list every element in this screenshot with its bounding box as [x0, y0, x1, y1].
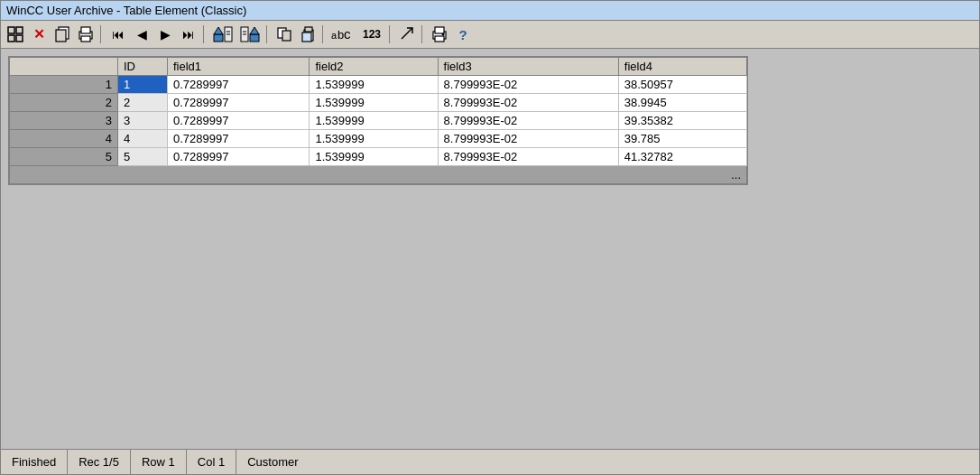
- cell-field4[interactable]: 38.50957: [618, 76, 746, 94]
- svg-marker-10: [214, 27, 223, 34]
- svg-rect-30: [435, 36, 444, 42]
- cell-field4[interactable]: 41.32782: [618, 148, 746, 166]
- paste-button[interactable]: [297, 23, 319, 45]
- import-button[interactable]: [210, 23, 236, 45]
- print-icon: [78, 26, 94, 42]
- toolbar: ✕ ⏮ ◀ ▶: [1, 21, 979, 49]
- status-finished: Finished: [1, 450, 68, 474]
- cell-field1[interactable]: 0.7289997: [167, 112, 309, 130]
- svg-rect-7: [81, 27, 90, 33]
- import-icon: [212, 25, 234, 43]
- svg-line-27: [402, 28, 412, 39]
- status-customer: Customer: [236, 450, 309, 474]
- paste-icon: [300, 26, 316, 42]
- col-header-field3[interactable]: field3: [438, 58, 618, 76]
- svg-rect-8: [81, 36, 90, 42]
- svg-rect-9: [214, 34, 223, 42]
- cell-id[interactable]: 5: [118, 148, 168, 166]
- col-header-id[interactable]: ID: [118, 58, 168, 76]
- cell-field3[interactable]: 8.799993E-02: [438, 130, 618, 148]
- col-header-field2[interactable]: field2: [310, 58, 438, 76]
- status-bar: Finished Rec 1/5 Row 1 Col 1 Customer: [1, 449, 979, 474]
- copy-button[interactable]: [51, 23, 73, 45]
- prev-button[interactable]: ◀: [131, 23, 153, 45]
- print2-button[interactable]: [429, 23, 450, 45]
- svg-rect-17: [250, 34, 259, 42]
- cell-field2[interactable]: 1.539999: [310, 130, 438, 148]
- svg-rect-20: [282, 31, 291, 41]
- copy2-button[interactable]: [273, 23, 295, 45]
- table-container: ID field1 field2 field3 field4 110.72899…: [8, 56, 748, 185]
- cell-field3[interactable]: 8.799993E-02: [438, 148, 618, 166]
- first-button[interactable]: ⏮: [107, 23, 129, 45]
- sort-button[interactable]: [396, 23, 418, 45]
- cell-field1[interactable]: 0.7289997: [167, 76, 309, 94]
- row-number: 2: [10, 94, 118, 112]
- svg-rect-22: [305, 27, 312, 32]
- cell-field2[interactable]: 1.539999: [310, 148, 438, 166]
- cell-id[interactable]: 4: [118, 130, 168, 148]
- svg-rect-1: [16, 27, 23, 33]
- copy2-icon: [276, 26, 292, 42]
- col-header-field4[interactable]: field4: [618, 58, 746, 76]
- grid-icon: [7, 26, 23, 42]
- filter-button[interactable]: a b c: [329, 23, 356, 45]
- cell-field3[interactable]: 8.799993E-02: [438, 94, 618, 112]
- table-row[interactable]: 110.72899971.5399998.799993E-0238.50957: [10, 76, 747, 94]
- separator-2: [203, 25, 207, 43]
- delete-button[interactable]: ✕: [28, 23, 50, 45]
- export-icon: [239, 25, 261, 43]
- cell-field4[interactable]: 38.9945: [618, 94, 746, 112]
- separator-6: [421, 25, 425, 43]
- svg-rect-23: [302, 33, 311, 42]
- cell-field1[interactable]: 0.7289997: [167, 94, 309, 112]
- status-record: Rec 1/5: [68, 450, 131, 474]
- cell-field2[interactable]: 1.539999: [310, 112, 438, 130]
- table-row[interactable]: 440.72899971.5399998.799993E-0239.785: [10, 130, 747, 148]
- window-title: WinCC User Archive - Table Element (Clas…: [6, 4, 246, 17]
- data-table: ID field1 field2 field3 field4 110.72899…: [9, 57, 747, 184]
- cell-id[interactable]: 1: [118, 76, 168, 94]
- cell-field2[interactable]: 1.539999: [310, 94, 438, 112]
- grid-button[interactable]: [5, 23, 26, 45]
- ellipsis-cell: ...: [10, 166, 747, 184]
- svg-text:c: c: [344, 26, 351, 42]
- help-button[interactable]: ?: [452, 23, 474, 45]
- next-icon: ▶: [161, 27, 171, 42]
- last-button[interactable]: ⏭: [178, 23, 199, 45]
- ellipsis-row: ...: [10, 166, 747, 184]
- prev-icon: ◀: [137, 27, 147, 42]
- cell-field3[interactable]: 8.799993E-02: [438, 112, 618, 130]
- content-area: ID field1 field2 field3 field4 110.72899…: [1, 49, 979, 449]
- print-button[interactable]: [75, 23, 97, 45]
- first-icon: ⏮: [112, 27, 125, 42]
- cell-field2[interactable]: 1.539999: [310, 76, 438, 94]
- cell-field3[interactable]: 8.799993E-02: [438, 76, 618, 94]
- svg-rect-29: [435, 27, 444, 33]
- cell-field1[interactable]: 0.7289997: [167, 130, 309, 148]
- filter-icon: a b c: [331, 25, 355, 43]
- col-header-field1[interactable]: field1: [167, 58, 309, 76]
- last-icon: ⏭: [182, 27, 195, 42]
- svg-rect-5: [56, 30, 66, 42]
- table-row[interactable]: 550.72899971.5399998.799993E-0241.32782: [10, 148, 747, 166]
- cell-field4[interactable]: 39.785: [618, 130, 746, 148]
- cell-field1[interactable]: 0.7289997: [167, 148, 309, 166]
- status-row: Row 1: [131, 450, 187, 474]
- svg-rect-0: [8, 27, 14, 33]
- status-col: Col 1: [187, 450, 236, 474]
- table-row[interactable]: 330.72899971.5399998.799993E-0239.35382: [10, 112, 747, 130]
- numbers-button[interactable]: 123: [358, 23, 385, 45]
- separator-5: [389, 25, 393, 43]
- table-row[interactable]: 220.72899971.5399998.799993E-0238.9945: [10, 94, 747, 112]
- cell-field4[interactable]: 39.35382: [618, 112, 746, 130]
- copy-icon: [54, 26, 70, 42]
- numbers-icon: 123: [363, 28, 381, 41]
- next-button[interactable]: ▶: [154, 23, 176, 45]
- export-button[interactable]: [237, 23, 263, 45]
- svg-marker-18: [250, 27, 259, 34]
- cell-id[interactable]: 3: [118, 112, 168, 130]
- cell-id[interactable]: 2: [118, 94, 168, 112]
- sort-icon: [399, 26, 415, 42]
- delete-icon: ✕: [33, 26, 45, 42]
